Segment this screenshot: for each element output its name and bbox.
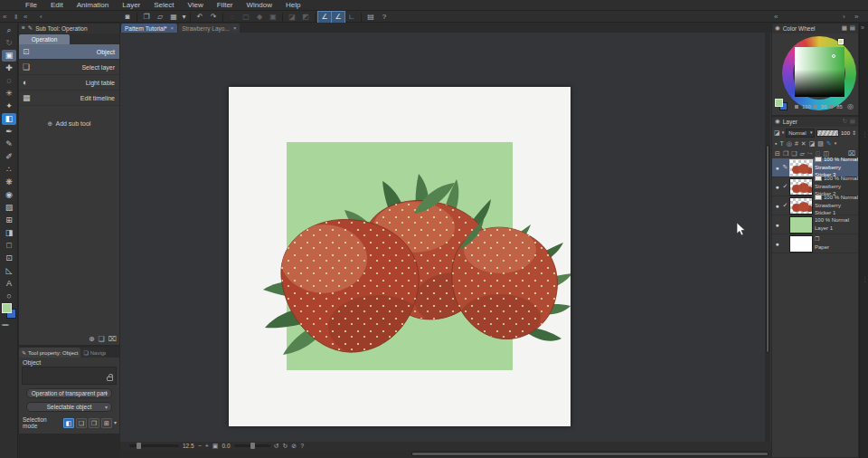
blend-thumb-icon[interactable]: ◪	[774, 129, 780, 136]
layer-template-icon[interactable]: T	[779, 140, 783, 147]
document-page[interactable]	[229, 87, 571, 426]
selection-mode-remove-button[interactable]: ❐	[89, 418, 99, 428]
ruler-tool-icon[interactable]: ◺	[2, 265, 16, 277]
duplicate-subtool-icon[interactable]: ❏	[99, 336, 105, 343]
eyedropper-tool-icon[interactable]: ✦	[2, 100, 16, 112]
move-layer-tool-icon[interactable]: ✚	[2, 62, 16, 74]
rotate-cw-icon[interactable]: ↻	[282, 443, 288, 450]
layer-list-icon[interactable]: ▤	[850, 119, 855, 125]
tab-strawberry-layout[interactable]: Strawberry Layo... ×	[178, 24, 240, 33]
vertical-scrollbar[interactable]	[765, 33, 770, 442]
snap-grid-icon[interactable]: ∟	[345, 12, 358, 23]
blend-mode-dropdown[interactable]: Normal ▾	[786, 129, 815, 138]
undo-icon[interactable]: ↶	[193, 12, 206, 23]
material-icon[interactable]: ◙	[121, 12, 134, 23]
transparent-part-dropdown[interactable]: Operation of transparent part ▾	[26, 388, 112, 398]
reset-rotation-icon[interactable]: ⊘	[291, 443, 297, 450]
tab-tool-property[interactable]: ✎ Tool property: Object	[19, 348, 80, 358]
clear-outside-icon[interactable]: ◩	[299, 12, 312, 23]
layer-thumbnail[interactable]	[789, 216, 813, 234]
new-folder-icon[interactable]: ▱	[799, 150, 804, 157]
object-tool-icon[interactable]: ▣	[2, 50, 16, 62]
selection-mode-multiply-button[interactable]: ⊞	[101, 418, 112, 428]
canvas-viewport[interactable]	[120, 33, 771, 442]
subtool-item-edit-timeline[interactable]: ▦ Edit timeline	[19, 91, 119, 106]
new-raster-layer-icon[interactable]: ❐	[783, 150, 788, 157]
lock-icon[interactable]	[107, 377, 113, 381]
close-icon[interactable]: ×	[171, 25, 175, 31]
menu-animation[interactable]: Animation	[77, 1, 109, 9]
layer-thumbnail[interactable]	[789, 178, 813, 196]
save-icon[interactable]: ▦	[167, 12, 180, 23]
rotate-canvas-tool-icon[interactable]: ↻	[2, 37, 16, 49]
transparent-color-icon[interactable]: ≈≈≈	[2, 322, 8, 328]
check-icon[interactable]: ✓	[781, 202, 789, 209]
combine-layer-icon[interactable]: ⊡	[816, 150, 821, 157]
main-color-swatch[interactable]	[2, 303, 12, 313]
layer-color-icon[interactable]: ▪	[775, 140, 777, 147]
zoom-slider[interactable]	[129, 444, 179, 447]
main-color-swatch[interactable]	[775, 99, 783, 107]
layer-thumbnail[interactable]	[789, 235, 813, 253]
layer-thumbnail[interactable]	[789, 197, 813, 215]
pattern-tool-icon[interactable]: ⊞	[2, 215, 16, 226]
add-subtool-footer-icon[interactable]: ⊕	[89, 336, 95, 343]
transfer-layer-icon[interactable]: ↪	[807, 150, 813, 157]
color-wheel-tab1-icon[interactable]: ▦	[842, 25, 847, 32]
menu-layer[interactable]: Layer	[122, 1, 140, 9]
menu-help[interactable]: Help	[286, 1, 300, 9]
blend-tool-icon[interactable]: ◉	[2, 189, 16, 201]
layer-keyframe-icon[interactable]: ◎	[787, 140, 792, 147]
tab-navigator[interactable]: ❏ Navigator	[80, 348, 106, 358]
rotate-ccw-icon[interactable]: ↺	[274, 443, 279, 450]
eye-icon[interactable]: ●	[773, 165, 781, 171]
eye-icon[interactable]: ●	[773, 184, 781, 190]
tab-pattern-tutorial[interactable]: Pattern Tutorial* ×	[121, 24, 177, 33]
collapse-left2-icon[interactable]: «	[24, 13, 27, 21]
eraser-tool-icon[interactable]: ◨	[2, 227, 16, 239]
decoration-tool-icon[interactable]: ❋	[2, 177, 16, 188]
pen-tool-icon[interactable]: ✒	[2, 126, 16, 138]
chevron-down-icon[interactable]: ▾	[114, 420, 117, 425]
layer-thumbnail[interactable]	[789, 159, 813, 177]
hue-marker[interactable]	[838, 39, 844, 44]
vertical-scrollbar-thumb[interactable]	[766, 145, 769, 353]
clear-icon[interactable]: ◪	[286, 12, 298, 23]
balloon-tool-icon[interactable]: ○	[2, 291, 16, 302]
add-subtool-button[interactable]: ⊕ Add sub tool	[19, 117, 119, 129]
brush-tool-icon[interactable]: ✐	[2, 151, 16, 163]
subtool-item-light-table[interactable]: ◐ Light table	[19, 75, 119, 91]
subtool-group-tab-operation[interactable]: Operation	[19, 34, 70, 44]
menu-edit[interactable]: Edit	[51, 1, 63, 9]
opacity-stepper-icon[interactable]: ⇕	[852, 130, 856, 136]
rotate-slider[interactable]	[234, 444, 270, 447]
auto-select-tool-icon[interactable]: ✳	[2, 88, 16, 100]
gradient-tool-icon[interactable]: ▨	[2, 202, 16, 214]
menu-view[interactable]: View	[188, 1, 203, 9]
eye-icon[interactable]: ●	[773, 222, 781, 228]
lasso-tool-icon[interactable]: ◌	[2, 75, 16, 87]
dock-chevron-right-icon[interactable]: ›	[843, 13, 845, 21]
new-file-icon[interactable]: ❐	[140, 12, 153, 23]
dock-collapse-left-icon[interactable]: «	[774, 13, 778, 21]
menu-file[interactable]: File	[25, 1, 37, 9]
reselect-icon[interactable]: ▢	[240, 12, 252, 23]
reference-layer-icon[interactable]: ▨	[817, 140, 824, 147]
frame-border-tool-icon[interactable]: ⊡	[2, 253, 16, 264]
zoom-in-icon[interactable]: +	[205, 443, 209, 449]
color-wheel-tab2-icon[interactable]: ▤	[850, 25, 855, 32]
airbrush-tool-icon[interactable]: ∴	[2, 164, 16, 176]
page-settings-icon[interactable]: ▤	[364, 12, 377, 23]
collapse-layers-icon[interactable]: ⊟	[775, 150, 780, 157]
collapse-left-icon[interactable]: «	[3, 13, 6, 21]
eye-icon[interactable]: ●	[773, 241, 781, 247]
status-help-icon[interactable]: ?	[300, 443, 304, 449]
delete-subtool-icon[interactable]: ⌧	[108, 336, 117, 343]
close-icon[interactable]: ×	[233, 25, 237, 31]
layer-row-paper[interactable]: ● ❐ Paper	[772, 234, 858, 253]
deselect-icon[interactable]: ◌	[226, 12, 239, 23]
dock-dots-icon[interactable]: ⋮	[862, 276, 868, 283]
snap-special-ruler-icon[interactable]: ∠	[332, 12, 344, 23]
chevron-down-icon[interactable]: ▾	[835, 141, 837, 146]
layer-row-layer-1[interactable]: ● 100 % Normal Layer 1	[772, 215, 858, 234]
